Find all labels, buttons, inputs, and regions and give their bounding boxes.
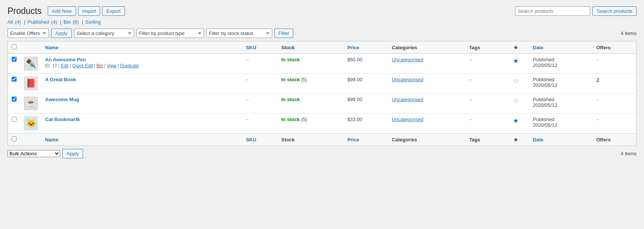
sort-date[interactable]: Date — [533, 45, 543, 50]
product-stock: In stock — [277, 94, 344, 114]
product-offers: – — [592, 94, 636, 114]
table-row: 📕A Great Book–In stock (5)$99.00Uncatego… — [8, 74, 636, 94]
filter-published[interactable]: Published (4) — [27, 19, 58, 25]
foot-col-name: Name — [41, 133, 242, 146]
product-categories: Uncategorised — [388, 74, 465, 94]
import-button[interactable]: Import — [78, 6, 100, 16]
product-featured[interactable]: ★ — [502, 114, 529, 133]
bulk-actions-select[interactable]: Bulk Actions — [8, 150, 60, 157]
product-date: Published2020/05/12 — [529, 54, 592, 74]
select-all-checkbox[interactable] — [12, 44, 17, 49]
category-link[interactable]: Uncategorised — [392, 117, 423, 122]
top-items-count: 4 items — [621, 30, 636, 36]
row-checkbox-0[interactable] — [12, 57, 17, 62]
foot-col-featured: ★ — [502, 133, 529, 146]
product-featured[interactable]: ☆ — [502, 74, 529, 94]
product-tags: – — [465, 114, 502, 133]
star-icon[interactable]: ★ — [513, 57, 519, 65]
product-sku: – — [242, 94, 277, 114]
col-categories-header: Categories — [388, 41, 465, 54]
filter-bin[interactable]: Bin (6) — [64, 19, 79, 25]
product-offers: – — [592, 54, 636, 74]
top-tablenav: Enable Offers Apply Select a category Fi… — [8, 29, 636, 38]
product-date: Published2020/05/12 — [529, 94, 592, 114]
row-action-bin[interactable]: Bin — [97, 63, 103, 68]
product-date: Published2020/05/12 — [529, 114, 592, 133]
row-action-view[interactable]: View — [107, 63, 117, 68]
foot-col-stock: Stock — [277, 133, 344, 146]
add-new-button[interactable]: Add New — [48, 6, 76, 16]
row-checkbox-2[interactable] — [12, 97, 17, 102]
foot-col-image — [20, 133, 41, 146]
stock-status-select[interactable]: Filter by stock status — [206, 29, 272, 38]
category-link[interactable]: Uncategorised — [392, 77, 423, 82]
product-price: $99.00 — [344, 74, 388, 94]
table-row: ✒️An Awesome PenID: 17 | Edit | Quick Ed… — [8, 54, 636, 74]
product-sku: – — [242, 114, 277, 133]
col-offers-header: Offers — [592, 41, 636, 54]
star-icon[interactable]: ★ — [513, 117, 519, 124]
filter-all[interactable]: All (4) — [8, 19, 22, 25]
bottom-apply-button[interactable]: Apply — [62, 149, 83, 158]
product-price: $33.00 — [344, 114, 388, 133]
product-featured[interactable]: ★ — [502, 54, 529, 74]
product-categories: Uncategorised — [388, 94, 465, 114]
search-input[interactable] — [515, 6, 590, 16]
foot-col-price: Price — [344, 133, 388, 146]
row-checkbox-1[interactable] — [12, 77, 17, 82]
product-image: ✒️ — [24, 57, 38, 70]
category-select[interactable]: Select a category — [74, 29, 134, 38]
category-link[interactable]: Uncategorised — [392, 57, 423, 62]
bin-count: (6) — [73, 19, 79, 25]
row-action-quick-edit[interactable]: Quick Edit — [72, 63, 93, 68]
row-action-duplicate[interactable]: Duplicate — [120, 63, 139, 68]
star-icon[interactable]: ☆ — [513, 97, 519, 105]
product-image: 🐱 — [24, 117, 38, 130]
category-link[interactable]: Uncategorised — [392, 97, 423, 102]
row-action-edit[interactable]: Edit — [61, 63, 69, 68]
foot-sort-name[interactable]: Name — [45, 137, 58, 143]
product-tags: – — [465, 94, 502, 114]
foot-col-offers: Offers — [592, 133, 636, 146]
foot-sort-price[interactable]: Price — [347, 137, 359, 143]
col-date-header: Date — [529, 41, 592, 54]
stock-qty: (5) — [300, 117, 307, 122]
product-name-link[interactable]: An Awesome Pen — [45, 57, 86, 62]
sort-price[interactable]: Price — [347, 45, 359, 50]
products-table: Name SKU Stock Price Categories Tags ★ D… — [8, 41, 636, 146]
all-count: (4) — [15, 19, 21, 25]
product-image: 📕 — [24, 77, 38, 90]
foot-sort-sku[interactable]: SKU — [246, 137, 256, 143]
product-image: ☕ — [24, 97, 38, 110]
filter-links: All (4) | Published (4) | Bin (6) | Sort… — [8, 19, 636, 25]
product-categories: Uncategorised — [388, 54, 465, 74]
col-sku-header: SKU — [242, 41, 277, 54]
filter-button[interactable]: Filter — [274, 29, 294, 38]
foot-col-categories: Categories — [388, 133, 465, 146]
col-featured-header: ★ — [502, 41, 529, 54]
product-sku: – — [242, 54, 277, 74]
star-icon[interactable]: ☆ — [513, 77, 519, 85]
product-offers: – — [592, 114, 636, 133]
search-products-button[interactable]: Search products — [592, 6, 636, 16]
enable-offers-select[interactable]: Enable Offers — [8, 29, 49, 38]
col-price-header: Price — [344, 41, 388, 54]
filter-sorting[interactable]: Sorting — [85, 19, 101, 25]
export-button[interactable]: Export — [102, 6, 125, 16]
foot-sort-date[interactable]: Date — [533, 137, 543, 143]
product-tags: – — [465, 74, 502, 94]
product-name-link[interactable]: Cat Bookmartk — [45, 117, 80, 122]
sort-name[interactable]: Name — [45, 45, 58, 50]
product-name-link[interactable]: A Great Book — [45, 77, 76, 82]
bottom-tablenav: Bulk Actions Apply 4 items — [8, 149, 636, 158]
product-name-link[interactable]: Awesome Mug — [45, 97, 79, 102]
table-row: ☕Awesome Mug–In stock$99.00Uncategorised… — [8, 94, 636, 114]
sort-sku[interactable]: SKU — [246, 45, 256, 50]
select-all-footer-checkbox[interactable] — [12, 136, 17, 141]
product-price: $99.00 — [344, 94, 388, 114]
row-checkbox-3[interactable] — [12, 117, 17, 121]
product-stock: In stock — [277, 54, 344, 74]
product-featured[interactable]: ☆ — [502, 94, 529, 114]
top-apply-button[interactable]: Apply — [51, 29, 72, 38]
product-type-select[interactable]: Filter by product type — [136, 29, 204, 38]
